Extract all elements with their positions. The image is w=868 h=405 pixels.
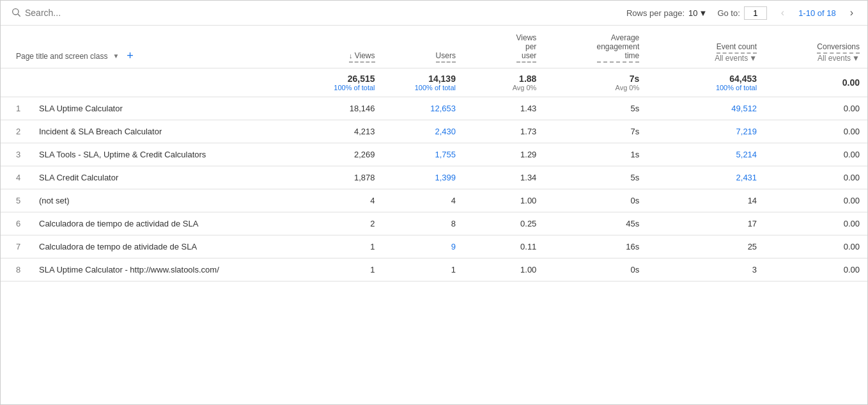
- table-row: 7 Calculadora de tempo de atividade de S…: [1, 235, 867, 258]
- prev-page-button[interactable]: ‹: [777, 6, 788, 20]
- row-index: 7: [16, 242, 31, 251]
- svg-line-1: [18, 14, 20, 17]
- add-dimension-button[interactable]: +: [127, 49, 134, 63]
- row-name[interactable]: SLA Tools - SLA, Uptime & Credit Calcula…: [39, 150, 206, 159]
- row-conversions-cell: 0.00: [764, 258, 867, 282]
- row-index: 3: [16, 150, 31, 159]
- index-name-cell: 8 SLA Uptime Calculator - http://www.sla…: [16, 265, 287, 274]
- table-row: 1 SLA Uptime Calculator 18,14612,6531.43…: [1, 97, 867, 120]
- index-name-cell: 2 Incident & SLA Breach Calculator: [16, 127, 287, 136]
- row-name[interactable]: Incident & SLA Breach Calculator: [39, 127, 162, 136]
- table-row: 5 (not set) 441.000s140.00: [1, 189, 867, 212]
- index-name-cell: 3 SLA Tools - SLA, Uptime & Credit Calcu…: [16, 150, 287, 159]
- conversions-dropdown[interactable]: All events ▼: [818, 54, 860, 63]
- col-views-per-user-label[interactable]: Viewsperuser: [516, 33, 537, 63]
- event-count-chevron-icon: ▼: [749, 54, 757, 63]
- row-conversions-cell: 0.00: [764, 120, 867, 143]
- col-header-conversions: Conversions All events ▼: [764, 26, 867, 68]
- row-name[interactable]: SLA Credit Calculator: [39, 173, 118, 182]
- row-conversions-cell: 0.00: [764, 189, 867, 212]
- row-event-count-cell: 2,431: [647, 166, 764, 189]
- summary-ec-sub: 100% of total: [655, 84, 757, 91]
- rows-per-page-dropdown[interactable]: 10 ▼: [688, 8, 707, 18]
- col-users-label[interactable]: Users: [436, 51, 456, 63]
- goto-area: Go to:: [717, 6, 766, 20]
- row-users-cell: 8: [383, 212, 463, 235]
- row-index: 2: [16, 127, 31, 136]
- col-views-label[interactable]: ↓ Views: [349, 51, 375, 63]
- goto-label: Go to:: [717, 8, 740, 18]
- main-container: Rows per page: 10 ▼ Go to: ‹ 1-10 of 18 …: [0, 0, 868, 405]
- table-row: 2 Incident & SLA Breach Calculator 4,213…: [1, 120, 867, 143]
- svg-point-0: [13, 8, 19, 14]
- row-name[interactable]: SLA Uptime Calculator - http://www.slato…: [39, 265, 219, 274]
- row-users-cell: 4: [383, 189, 463, 212]
- rows-per-page-area: Rows per page: 10 ▼: [626, 8, 707, 18]
- event-count-dropdown[interactable]: All events ▼: [715, 54, 757, 63]
- row-avg-engagement-cell: 5s: [544, 97, 647, 120]
- row-event-count-cell: 3: [647, 258, 764, 282]
- row-users-cell: 1,399: [383, 166, 463, 189]
- summary-avg-engagement-cell: 7s Avg 0%: [544, 68, 647, 97]
- row-name[interactable]: (not set): [39, 196, 70, 205]
- row-vpu-cell: 1.00: [463, 258, 544, 282]
- row-event-count-cell: 17: [647, 212, 764, 235]
- row-views-cell: 1,878: [295, 166, 383, 189]
- row-users-cell: 2,430: [383, 120, 463, 143]
- table-row: 3 SLA Tools - SLA, Uptime & Credit Calcu…: [1, 143, 867, 166]
- goto-input[interactable]: [744, 6, 767, 20]
- summary-event-count-cell: 64,453 100% of total: [647, 68, 764, 97]
- col-avg-engagement-label[interactable]: Averageengagementtime: [597, 33, 640, 63]
- next-page-button[interactable]: ›: [846, 6, 857, 20]
- index-name-cell: 7 Calculadora de tempo de atividade de S…: [16, 242, 287, 251]
- row-users-cell: 1,755: [383, 143, 463, 166]
- table-body: 1 SLA Uptime Calculator 18,14612,6531.43…: [1, 97, 867, 282]
- row-users-cell: 9: [383, 235, 463, 258]
- row-views-cell: 2,269: [295, 143, 383, 166]
- col-header-views: ↓ Views: [295, 26, 383, 68]
- row-avg-engagement-cell: 45s: [544, 212, 647, 235]
- row-avg-engagement-cell: 7s: [544, 120, 647, 143]
- row-page-title-cell: 6 Calculadora de tiempo de actividad de …: [1, 212, 295, 235]
- table-row: 6 Calculadora de tiempo de actividad de …: [1, 212, 867, 235]
- search-input[interactable]: [25, 8, 140, 18]
- summary-conversions-cell: 0.00: [764, 68, 867, 97]
- col-event-count-label[interactable]: Event count: [717, 42, 757, 54]
- row-vpu-cell: 1.73: [463, 120, 544, 143]
- summary-ec-main: 64,453: [655, 74, 757, 84]
- row-vpu-cell: 0.25: [463, 212, 544, 235]
- row-avg-engagement-cell: 0s: [544, 189, 647, 212]
- row-name[interactable]: Calculadora de tempo de atividade de SLA: [39, 242, 197, 251]
- col-header-users: Users: [383, 26, 463, 68]
- row-conversions-cell: 0.00: [764, 212, 867, 235]
- row-page-title-cell: 7 Calculadora de tempo de atividade de S…: [1, 235, 295, 258]
- row-event-count-cell: 25: [647, 235, 764, 258]
- summary-views-sub: 100% of total: [302, 84, 375, 91]
- summary-views-per-user-cell: 1.88 Avg 0%: [463, 68, 544, 97]
- summary-vpu-main: 1.88: [471, 74, 536, 84]
- summary-vpu-sub: Avg 0%: [471, 84, 536, 91]
- row-conversions-cell: 0.00: [764, 143, 867, 166]
- row-vpu-cell: 1.34: [463, 166, 544, 189]
- col-header-views-per-user: Viewsperuser: [463, 26, 544, 68]
- index-name-cell: 5 (not set): [16, 196, 287, 205]
- table-header-row: Page title and screen class ▼ + ↓ Views: [1, 26, 867, 68]
- row-vpu-cell: 1.29: [463, 143, 544, 166]
- row-name[interactable]: SLA Uptime Calculator: [39, 104, 123, 113]
- row-vpu-cell: 0.11: [463, 235, 544, 258]
- row-name[interactable]: Calculadora de tiempo de actividad de SL…: [39, 219, 198, 228]
- page-title-chevron-icon[interactable]: ▼: [112, 52, 119, 60]
- event-count-sublabel: All events: [715, 54, 748, 63]
- row-page-title-cell: 3 SLA Tools - SLA, Uptime & Credit Calcu…: [1, 143, 295, 166]
- summary-conv-main: 0.00: [772, 77, 860, 88]
- index-name-cell: 1 SLA Uptime Calculator: [16, 104, 287, 113]
- summary-users-cell: 14,139 100% of total: [383, 68, 463, 97]
- summary-avg-main: 7s: [552, 74, 639, 84]
- conversions-sublabel: All events: [818, 54, 851, 63]
- row-index: 4: [16, 173, 31, 182]
- row-vpu-cell: 1.00: [463, 189, 544, 212]
- summary-page-title-cell: [1, 68, 295, 97]
- summary-users-sub: 100% of total: [391, 84, 456, 91]
- row-views-cell: 1: [295, 258, 383, 282]
- col-conversions-label[interactable]: Conversions: [817, 42, 860, 54]
